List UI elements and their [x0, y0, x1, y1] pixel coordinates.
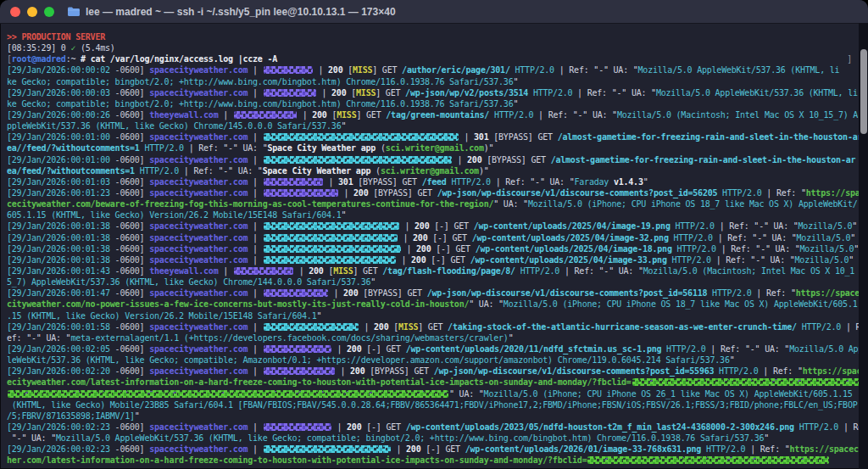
log-segment: ea//feed/?withoutcomments=1 — [7, 143, 140, 153]
redacted-ip-address — [264, 133, 459, 141]
log-line-wrap: her.com/latest-information-on-a-hard-fre… — [7, 455, 855, 466]
log-segment: | Ref: " — [745, 444, 789, 454]
log-segment: [BYPASS] GET — [353, 177, 421, 187]
log-segment: /tag/green-mountains/ — [386, 110, 489, 120]
log-segment: | — [329, 288, 343, 298]
log-line: [29/Jan/2026:00:01:00 -0600] spacecitywe… — [7, 131, 855, 142]
log-segment: theeyewall.com — [149, 110, 218, 120]
log-segment: ] GET — [376, 88, 405, 98]
terminal-output[interactable]: >> PRODUCTION SERVER[08:35:29] 0 ✓ (5.4m… — [0, 23, 859, 469]
log-segment: /almost-gametime-for-freezing-rain-and-s… — [551, 155, 856, 165]
log-segment: [08:35:29] 0 — [7, 43, 70, 53]
log-segment: /wp-content/uploads/2026/01/image-33-768… — [465, 444, 701, 454]
redacted-ip-address — [264, 245, 401, 253]
log-segment: [29/Jan/2026:00:01:47 — [7, 288, 110, 298]
log-segment: | — [248, 244, 262, 254]
log-segment: 200 — [331, 88, 346, 98]
zoom-button[interactable] — [44, 7, 54, 17]
log-segment: | — [248, 366, 262, 376]
scrollbar-track[interactable] — [859, 23, 868, 469]
log-segment: spacecityweather.com — [149, 444, 248, 454]
log-segment: sci.writer@gmail.com — [386, 143, 484, 153]
log-line-wrap: 5_7) AppleWebKit/537.36 (KHTML, like Gec… — [7, 276, 855, 288]
log-line-wrap: cecityweather.com/beware-of-freezing-fog… — [7, 198, 855, 209]
log-segment: spacecityweather.com — [149, 155, 248, 165]
log-segment: | — [248, 188, 262, 198]
log-segment: | Ref: "-" UA: " — [711, 255, 795, 265]
log-segment: [29/Jan/2026:00:01:00 — [7, 132, 110, 142]
log-segment: 200 — [343, 288, 358, 298]
redacted-ip-address — [264, 156, 452, 164]
log-segment: >> PRODUCTION SERVER — [7, 32, 105, 42]
log-line: [29/Jan/2026:00:01:38 -0600] spacecitywe… — [7, 221, 855, 232]
log-segment: HTTP/2.0 — [714, 366, 758, 376]
log-line-wrap: .15 (KHTML, like Gecko) Version/26.2 Mob… — [7, 310, 855, 321]
close-button[interactable] — [10, 7, 20, 17]
minimize-button[interactable] — [27, 7, 37, 17]
log-segment: spacecityweather.com — [149, 88, 248, 98]
log-segment: Mozilla/5.0 (iPhone; CPU iPhone OS 26_1 … — [484, 389, 853, 399]
scrollbar-thumb[interactable] — [860, 49, 867, 134]
log-segment: spacecityweather.com — [149, 233, 248, 243]
log-segment: [29/Jan/2026:00:01:38 — [7, 233, 110, 243]
log-segment: [29/Jan/2026:00:02:23 — [7, 422, 110, 432]
log-segment: /5;FBRV/871635898;IABMV/1] — [7, 411, 135, 421]
redacted-ip-address — [264, 234, 398, 242]
log-line-wrap: ppleWebKit/537.36 (KHTML, like Gecko) Ch… — [7, 120, 855, 131]
log-segment: sci.writer@gmail.com — [381, 166, 479, 176]
log-segment: | Ref: "-" UA: " — [713, 233, 797, 243]
log-segment: /author/eric/page/301/ — [402, 65, 510, 75]
log-line-wrap: ef: "-" UA: "meta-externalagent/1.1 (+ht… — [7, 332, 855, 343]
log-segment: -0600] — [110, 221, 149, 231]
log-line: [29/Jan/2026:00:01:00 -0600] spacecitywe… — [7, 154, 855, 165]
log-segment: (5.4ms) — [75, 43, 114, 53]
log-segment: spacecityweather.com — [149, 422, 248, 432]
log-line: [29/Jan/2026:00:01:38 -0600] spacecitywe… — [7, 243, 855, 254]
log-segment: -0600] — [110, 244, 149, 254]
log-line-wrap: cityweather.com/no-power-issues-a-few-ic… — [7, 299, 855, 310]
title-area: lee — madred ~ — ssh -i ~/.ssh/y5_pin le… — [68, 6, 396, 18]
log-line: [29/Jan/2026:00:02:05 -0600] spacecitywe… — [7, 343, 855, 355]
log-segment: MISS — [353, 65, 372, 75]
log-segment: (KHTML, like Gecko) Mobile/23B85 Safari/… — [7, 400, 858, 410]
titlebar[interactable]: lee — madred ~ — ssh -i ~/.ssh/y5_pin le… — [0, 0, 868, 24]
log-segment: | — [248, 221, 262, 231]
log-segment: :~ — [66, 54, 76, 64]
log-line: [29/Jan/2026:00:01:43 -0600] theeyewall.… — [7, 265, 855, 276]
log-segment: | — [400, 221, 415, 231]
log-segment: [29/Jan/2026:00:01:38 — [7, 221, 110, 231]
log-segment: -0600] — [110, 177, 149, 187]
log-line-wrap: leWebKit/537.36 (KHTML, like Gecko; comp… — [7, 355, 855, 366]
log-segment: | Ref: " — [752, 288, 796, 298]
log-segment: -0600] — [110, 344, 149, 354]
redacted-ip-address — [264, 323, 359, 331]
log-segment: leWebKit/537.36 (KHTML, like Gecko; comp… — [7, 355, 730, 365]
log-segment: | Ref: "-" UA: " — [706, 344, 790, 354]
log-segment: [-] GET — [431, 244, 475, 254]
log-segment: | — [248, 288, 262, 298]
log-segment: Space City Weather app — [267, 143, 376, 153]
log-segment: [BYPASS] GET — [488, 132, 557, 142]
log-segment: ] GET — [418, 322, 448, 332]
log-segment: Mozilla/5.0 — [795, 255, 849, 265]
log-segment: | — [248, 255, 262, 265]
log-segment: Mozilla/5.0 AppleWebKit/537.36 (KHTML, l… — [638, 65, 840, 75]
log-segment: HTTP/2.0 — [672, 244, 716, 254]
log-segment: " — [850, 233, 855, 243]
log-segment: | — [248, 65, 262, 75]
log-segment: [29/Jan/2026:00:01:03 — [7, 177, 110, 187]
log-segment: [29/Jan/2026:00:01:00 — [7, 155, 110, 165]
prompt-right-bracket: ] — [847, 53, 852, 64]
log-segment: | — [359, 322, 374, 332]
log-segment: [29/Jan/2026:00:00:02 — [7, 65, 110, 75]
log-segment: " — [509, 333, 514, 343]
log-line: [29/Jan/2026:00:01:38 -0600] spacecitywe… — [7, 232, 855, 243]
log-segment: spacecityweather.com — [149, 344, 248, 354]
log-segment: [BYPASS] GET — [481, 155, 550, 165]
log-segment: spacecityweather.com — [149, 188, 248, 198]
log-segment: Mozilla/5.0 (Macintosh; Intel Mac OS X 1… — [643, 266, 854, 276]
log-segment: Space City Weather app — [263, 166, 371, 176]
log-segment: | — [336, 366, 350, 376]
log-segment: Mozilla/5.0 — [798, 221, 853, 231]
log-segment: 200 — [467, 155, 481, 165]
